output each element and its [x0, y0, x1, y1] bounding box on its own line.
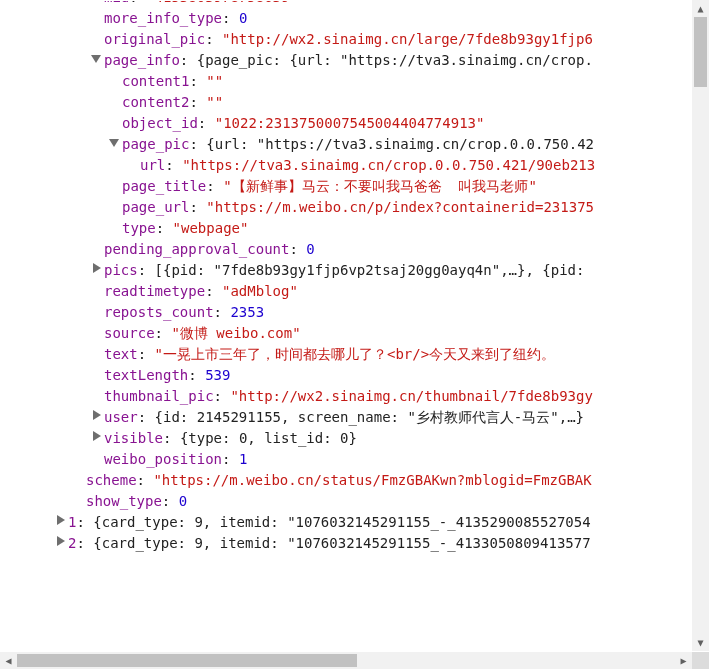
- scroll-up-icon[interactable]: ▲: [692, 0, 709, 17]
- json-key: scheme: [86, 472, 137, 488]
- json-row: url: "https://tva3.sinaimg.cn/crop.0.0.7…: [0, 155, 692, 176]
- json-value: 1: [239, 451, 247, 467]
- colon: :: [198, 115, 215, 131]
- json-row: text: "一晃上市三年了，时间都去哪儿了？<br/>今天又来到了纽约。: [0, 344, 692, 365]
- json-row: object_id: "1022:23137500075450044047749…: [0, 113, 692, 134]
- json-key: user: [104, 409, 138, 425]
- json-value: [{pid: "7fde8b93gy1fjp6vp2tsaj20gg0ayq4n…: [155, 262, 585, 278]
- disclosure-closed-icon[interactable]: [54, 516, 66, 528]
- colon: :: [205, 283, 222, 299]
- json-key: url: [140, 157, 165, 173]
- json-row[interactable]: user: {id: 2145291155, screen_name: "乡村教…: [0, 407, 692, 428]
- colon: :: [76, 514, 93, 530]
- json-key: reposts_count: [104, 304, 214, 320]
- colon: :: [222, 10, 239, 26]
- colon: :: [138, 346, 155, 362]
- json-value: "adMblog": [222, 283, 298, 299]
- json-row: textLength: 539: [0, 365, 692, 386]
- json-value: 0: [306, 241, 314, 257]
- json-row[interactable]: 1: {card_type: 9, itemid: "1076032145291…: [0, 512, 692, 533]
- colon: :: [214, 388, 231, 404]
- horizontal-scroll-thumb[interactable]: [17, 654, 357, 667]
- disclosure-closed-icon[interactable]: [90, 264, 102, 276]
- colon: :: [76, 535, 93, 551]
- colon: :: [137, 472, 154, 488]
- json-row: content2: "": [0, 92, 692, 113]
- json-value: 0: [239, 10, 247, 26]
- colon: :: [205, 31, 222, 47]
- colon: :: [156, 220, 173, 236]
- disclosure-closed-icon[interactable]: [90, 411, 102, 423]
- colon: :: [138, 262, 155, 278]
- json-key: object_id: [122, 115, 198, 131]
- json-value: "http://wx2.sinaimg.cn/large/7fde8b93gy1…: [222, 31, 593, 47]
- json-key: show_type: [86, 493, 162, 509]
- json-row: source: "微博 weibo.com": [0, 323, 692, 344]
- colon: :: [162, 493, 179, 509]
- json-row: content1: "": [0, 71, 692, 92]
- devtools-json-viewer: mid: "4153803978758639"more_info_type: 0…: [0, 0, 709, 669]
- json-value: {url: "https://tva3.sinaimg.cn/crop.0.0.…: [206, 136, 594, 152]
- disclosure-closed-icon[interactable]: [54, 537, 66, 549]
- json-tree[interactable]: mid: "4153803978758639"more_info_type: 0…: [0, 1, 692, 651]
- json-value: "": [206, 94, 223, 110]
- json-key: pending_approval_count: [104, 241, 289, 257]
- json-row: type: "webpage": [0, 218, 692, 239]
- json-value: {card_type: 9, itemid: "1076032145291155…: [93, 535, 590, 551]
- json-row[interactable]: pics: [{pid: "7fde8b93gy1fjp6vp2tsaj20gg…: [0, 260, 692, 281]
- disclosure-open-icon[interactable]: [108, 138, 120, 150]
- json-value: {page_pic: {url: "https://tva3.sinaimg.c…: [197, 52, 593, 68]
- colon: :: [138, 409, 155, 425]
- colon: :: [189, 94, 206, 110]
- json-row: original_pic: "http://wx2.sinaimg.cn/lar…: [0, 29, 692, 50]
- json-row[interactable]: page_info: {page_pic: {url: "https://tva…: [0, 50, 692, 71]
- json-row[interactable]: 2: {card_type: 9, itemid: "1076032145291…: [0, 533, 692, 554]
- scroll-right-icon[interactable]: ▶: [675, 652, 692, 669]
- json-row: pending_approval_count: 0: [0, 239, 692, 260]
- json-row[interactable]: visible: {type: 0, list_id: 0}: [0, 428, 692, 449]
- colon: :: [289, 241, 306, 257]
- json-key: page_url: [122, 199, 189, 215]
- json-value: "微博 weibo.com": [171, 325, 300, 341]
- json-key: type: [122, 220, 156, 236]
- json-key: mid: [104, 1, 129, 5]
- colon: :: [163, 430, 180, 446]
- json-value: 539: [205, 367, 230, 383]
- colon: :: [189, 73, 206, 89]
- json-key: visible: [104, 430, 163, 446]
- json-key: textLength: [104, 367, 188, 383]
- json-row: reposts_count: 2353: [0, 302, 692, 323]
- vertical-scrollbar[interactable]: ▲ ▼: [692, 0, 709, 651]
- json-value: "一晃上市三年了，时间都去哪儿了？<br/>今天又来到了纽约。: [155, 346, 556, 362]
- json-value: {id: 2145291155, screen_name: "乡村教师代言人-马…: [155, 409, 584, 425]
- json-value: "https://m.weibo.cn/status/FmzGBAKwn?mbl…: [153, 472, 591, 488]
- json-row: mid: "4153803978758639": [0, 1, 692, 8]
- json-key: content1: [122, 73, 189, 89]
- json-key: more_info_type: [104, 10, 222, 26]
- json-value: 2353: [230, 304, 264, 320]
- horizontal-scrollbar[interactable]: ◀ ▶: [0, 652, 692, 669]
- scroll-down-icon[interactable]: ▼: [692, 634, 709, 651]
- scroll-corner: [692, 652, 709, 669]
- json-row[interactable]: page_pic: {url: "https://tva3.sinaimg.cn…: [0, 134, 692, 155]
- colon: :: [155, 325, 172, 341]
- disclosure-open-icon[interactable]: [90, 54, 102, 66]
- scroll-left-icon[interactable]: ◀: [0, 652, 17, 669]
- colon: :: [165, 157, 182, 173]
- colon: :: [129, 1, 146, 5]
- json-value: "1022:2313750007545004404774913": [215, 115, 485, 131]
- colon: :: [214, 304, 231, 320]
- json-key: thumbnail_pic: [104, 388, 214, 404]
- json-value: {card_type: 9, itemid: "1076032145291155…: [93, 514, 590, 530]
- json-row: scheme: "https://m.weibo.cn/status/FmzGB…: [0, 470, 692, 491]
- json-row: more_info_type: 0: [0, 8, 692, 29]
- disclosure-closed-icon[interactable]: [90, 432, 102, 444]
- vertical-scroll-thumb[interactable]: [694, 17, 707, 87]
- json-value: "http://wx2.sinaimg.cn/thumbnail/7fde8b9…: [230, 388, 592, 404]
- colon: :: [222, 451, 239, 467]
- json-value: "https://tva3.sinaimg.cn/crop.0.0.750.42…: [182, 157, 595, 173]
- json-value: "webpage": [173, 220, 249, 236]
- json-key: weibo_position: [104, 451, 222, 467]
- json-value: "https://m.weibo.cn/p/index?containerid=…: [206, 199, 594, 215]
- json-key: page_info: [104, 52, 180, 68]
